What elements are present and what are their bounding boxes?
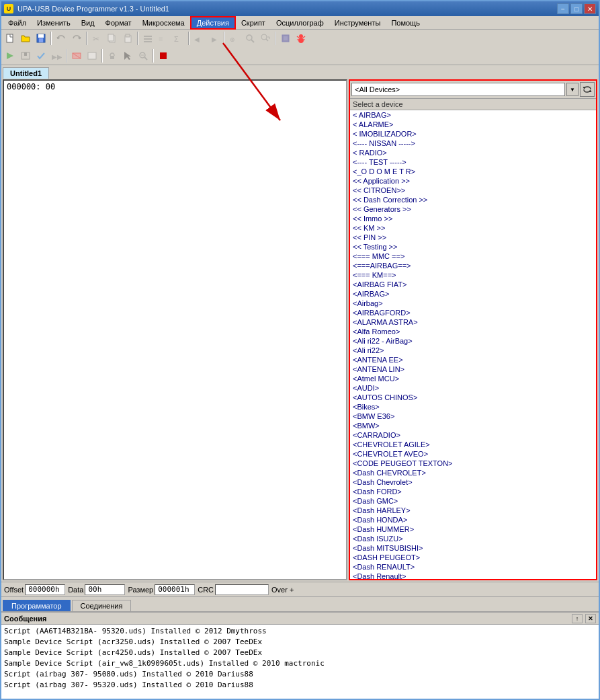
chips-button[interactable] bbox=[278, 31, 293, 46]
list-item[interactable]: << CITROEN>> bbox=[350, 186, 596, 195]
menu-oscilloscope[interactable]: Осциллограф bbox=[271, 16, 329, 30]
new-button[interactable] bbox=[3, 31, 17, 46]
menu-help[interactable]: Помощь bbox=[386, 16, 425, 30]
read-button[interactable] bbox=[3, 48, 17, 63]
checksum-button[interactable]: Σ bbox=[171, 31, 186, 46]
list-item[interactable]: <ANTENA EE> bbox=[350, 355, 596, 364]
list-item[interactable]: < IMOBILIZADOR> bbox=[350, 129, 596, 139]
list-item[interactable]: <BMW> bbox=[350, 421, 596, 430]
list-item[interactable]: <AIRBAG> bbox=[350, 289, 596, 299]
redo-button[interactable] bbox=[69, 31, 84, 46]
list-item[interactable]: < RADIO> bbox=[350, 148, 596, 157]
list-item[interactable]: << Application >> bbox=[350, 176, 596, 186]
list-item[interactable]: <Dash Chevrolet> bbox=[350, 477, 596, 487]
list-item[interactable]: < AIRBAG> bbox=[350, 110, 596, 120]
list-item[interactable]: <Dash HONDA> bbox=[350, 515, 596, 524]
list-item[interactable]: <Ali ri22> bbox=[350, 346, 596, 355]
hex-editor[interactable]: 000000: 00 bbox=[3, 79, 347, 580]
device-refresh-button[interactable] bbox=[580, 82, 595, 97]
menu-tools[interactable]: Инструменты bbox=[329, 16, 386, 30]
tab-programmer[interactable]: Программатор bbox=[3, 600, 71, 611]
encrypt-button[interactable] bbox=[105, 48, 120, 63]
menu-edit[interactable]: Изменить bbox=[32, 16, 76, 30]
list-item[interactable]: << PIN >> bbox=[350, 233, 596, 242]
list-item[interactable]: <---- NISSAN -----> bbox=[350, 139, 596, 148]
list-item[interactable]: <Dash HUMMER> bbox=[350, 524, 596, 534]
list-item[interactable]: <Atmel MCU> bbox=[350, 374, 596, 383]
list-item[interactable]: <=== MMC ==> bbox=[350, 251, 596, 261]
device-list[interactable]: < AIRBAG>< ALARME>< IMOBILIZADOR><---- N… bbox=[350, 110, 596, 579]
maximize-button[interactable]: □ bbox=[570, 3, 583, 14]
write-button[interactable] bbox=[18, 48, 33, 63]
list-item[interactable]: <CARRADIO> bbox=[350, 430, 596, 440]
menu-view[interactable]: Вид bbox=[76, 16, 100, 30]
find-next-button[interactable] bbox=[258, 31, 273, 46]
list-item[interactable]: <Dash GMC> bbox=[350, 496, 596, 506]
list-item[interactable]: <ALARMA ASTRA> bbox=[350, 317, 596, 327]
list-item[interactable]: << Immo >> bbox=[350, 214, 596, 223]
open-folder-button[interactable] bbox=[18, 31, 33, 46]
list-item[interactable]: <CHEVROLET AVEO> bbox=[350, 449, 596, 459]
list-item[interactable]: <AUTOS CHINOS> bbox=[350, 393, 596, 402]
list-item[interactable]: <Airbag> bbox=[350, 299, 596, 308]
minimize-button[interactable]: − bbox=[557, 3, 569, 14]
close-button[interactable]: ✕ bbox=[584, 3, 596, 14]
list-item[interactable]: <AIRBAG FIAT> bbox=[350, 280, 596, 289]
list-item[interactable]: <ANTENA LIN> bbox=[350, 364, 596, 374]
addr-right-button[interactable]: ▶ bbox=[207, 31, 222, 46]
erase-button[interactable] bbox=[69, 48, 84, 63]
menu-script[interactable]: Скрипт bbox=[236, 16, 271, 30]
list-item[interactable]: <Dash MITSUBISHI> bbox=[350, 543, 596, 553]
copy-button[interactable] bbox=[105, 31, 120, 46]
list-item[interactable]: <DASH PEUGEOT> bbox=[350, 553, 596, 562]
list-item[interactable]: < ALARME> bbox=[350, 120, 596, 129]
list-item[interactable]: <Dash Renault> bbox=[350, 572, 596, 579]
list-item[interactable]: << Dash Correction >> bbox=[350, 195, 596, 204]
list-item[interactable]: << Testing >> bbox=[350, 242, 596, 251]
list-item[interactable]: <Dash RENAULT> bbox=[350, 562, 596, 572]
list-item[interactable]: <Dash HARLEY> bbox=[350, 506, 596, 515]
menu-microchip[interactable]: Микросхема bbox=[137, 16, 190, 30]
paste-button[interactable] bbox=[120, 31, 135, 46]
list-item[interactable]: <_O D O M E T R> bbox=[350, 167, 596, 176]
jump-button[interactable]: ⊕ bbox=[227, 31, 242, 46]
verify-button[interactable] bbox=[34, 48, 48, 63]
list-item[interactable]: <Bikes> bbox=[350, 402, 596, 412]
auto-button[interactable]: ▶▶ bbox=[49, 48, 64, 63]
list-item[interactable]: <Alfa Romeo> bbox=[350, 327, 596, 336]
search-button[interactable] bbox=[243, 31, 257, 46]
menu-actions[interactable]: Действия bbox=[190, 16, 236, 30]
addr-left-button[interactable]: ◀ bbox=[191, 31, 206, 46]
list-item[interactable]: <=== KM==> bbox=[350, 270, 596, 280]
menu-file[interactable]: Файл bbox=[3, 16, 32, 30]
bug-button[interactable] bbox=[294, 31, 308, 46]
cursor-button[interactable] bbox=[120, 48, 135, 63]
list-item[interactable]: <Ali ri22 - AirBag> bbox=[350, 336, 596, 346]
list-item[interactable]: <AIRBAGFORD> bbox=[350, 308, 596, 317]
blankcheck-button[interactable] bbox=[85, 48, 99, 63]
list-item[interactable]: <Dash FORD> bbox=[350, 487, 596, 496]
messages-pin-button[interactable]: ↑ bbox=[572, 614, 583, 623]
undo-button[interactable] bbox=[54, 31, 69, 46]
zoom-button[interactable] bbox=[136, 48, 151, 63]
tab-connections[interactable]: Соединения bbox=[72, 600, 132, 611]
compare-button[interactable]: = bbox=[156, 31, 171, 46]
list-item[interactable]: <Dash ISUZU> bbox=[350, 534, 596, 543]
list-item[interactable]: <Dash CHEVROLET> bbox=[350, 468, 596, 477]
list-item[interactable]: <===AIRBAG==> bbox=[350, 261, 596, 270]
untitled-tab[interactable]: Untitled1 bbox=[3, 67, 49, 79]
device-dropdown[interactable]: <All Devices>< AIRBAG>< ALARME>< IMOBILI… bbox=[351, 83, 565, 96]
list-item[interactable]: <AUDI> bbox=[350, 383, 596, 393]
save-button[interactable] bbox=[34, 31, 48, 46]
stop-button[interactable] bbox=[156, 48, 171, 63]
fill-button[interactable] bbox=[140, 31, 155, 46]
device-dropdown-arrow[interactable]: ▼ bbox=[566, 83, 578, 96]
list-item[interactable]: <CODE PEUGEOT TEXTON> bbox=[350, 459, 596, 468]
list-item[interactable]: << Generators >> bbox=[350, 204, 596, 214]
list-item[interactable]: <BMW E36> bbox=[350, 412, 596, 421]
list-item[interactable]: <CHEVROLET AGILE> bbox=[350, 440, 596, 449]
list-item[interactable]: <---- TEST -----> bbox=[350, 157, 596, 167]
cut-button[interactable]: ✂ bbox=[89, 31, 104, 46]
menu-format[interactable]: Формат bbox=[100, 16, 137, 30]
list-item[interactable]: << KM >> bbox=[350, 223, 596, 233]
